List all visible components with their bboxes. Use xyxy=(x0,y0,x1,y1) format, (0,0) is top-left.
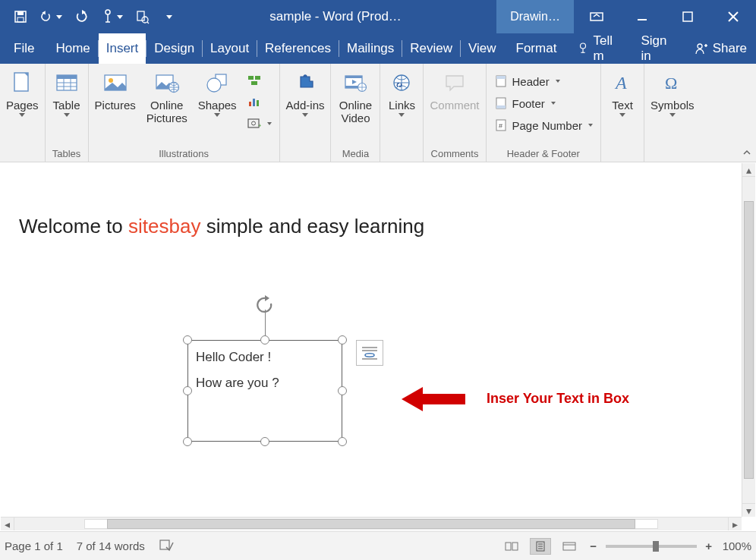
resize-handle-ml[interactable] xyxy=(183,386,192,395)
tab-insert[interactable]: Insert xyxy=(99,33,146,64)
smartart-button[interactable] xyxy=(244,70,275,90)
horizontal-scrollbar[interactable]: ◂ ▸ xyxy=(1,517,742,530)
resize-handle-tl[interactable] xyxy=(183,335,192,344)
ribbon-display-button[interactable] xyxy=(574,0,619,33)
maximize-button[interactable] xyxy=(665,0,710,33)
tab-design[interactable]: Design xyxy=(146,33,202,64)
read-mode-button[interactable] xyxy=(501,538,522,555)
contextual-tab-drawing[interactable]: Drawin… xyxy=(496,0,574,33)
tab-file[interactable]: File xyxy=(0,33,48,64)
table-button[interactable]: Table xyxy=(50,67,83,118)
resize-handle-mr[interactable] xyxy=(338,386,347,395)
rotation-handle[interactable] xyxy=(254,294,276,316)
undo-button[interactable] xyxy=(39,5,62,28)
group-comments: Comment Comments xyxy=(424,64,486,162)
zoom-out-button[interactable]: − xyxy=(587,540,600,552)
word-count[interactable]: 7 of 14 words xyxy=(77,540,145,552)
tab-mailings[interactable]: Mailings xyxy=(339,33,402,64)
tab-review[interactable]: Review xyxy=(402,33,460,64)
layout-options-button[interactable] xyxy=(356,340,383,366)
vertical-scroll-thumb[interactable] xyxy=(744,201,754,479)
textbox-shape[interactable]: Hello Coder ! How are you ? xyxy=(187,340,342,442)
textbox-content[interactable]: Hello Coder ! How are you ? xyxy=(187,340,342,442)
tab-layout[interactable]: Layout xyxy=(203,33,257,64)
print-preview-button[interactable] xyxy=(131,5,153,28)
tab-view[interactable]: View xyxy=(461,33,504,64)
svg-rect-48 xyxy=(496,105,506,109)
text-button[interactable]: A Text xyxy=(606,67,639,118)
svg-text:#: # xyxy=(499,122,502,130)
window-controls xyxy=(574,0,756,33)
pages-button[interactable]: Pages xyxy=(5,67,40,118)
save-button[interactable] xyxy=(9,5,32,28)
callout-arrow xyxy=(402,387,465,411)
sign-in-button[interactable]: Sign in xyxy=(632,33,685,64)
tab-format[interactable]: Format xyxy=(504,33,569,64)
group-pages: Pages xyxy=(0,64,46,162)
ribbon: Pages Table Tables Pictures xyxy=(0,64,756,162)
tell-me-search[interactable]: Tell m xyxy=(569,33,632,64)
redo-button[interactable] xyxy=(70,5,93,28)
svg-rect-31 xyxy=(248,76,254,80)
svg-rect-36 xyxy=(257,100,259,106)
tab-home[interactable]: Home xyxy=(48,33,97,64)
horizontal-scroll-thumb[interactable] xyxy=(107,519,635,529)
table-icon xyxy=(52,68,81,97)
symbols-button[interactable]: Ω Symbols xyxy=(649,67,696,118)
header-button[interactable]: Header xyxy=(491,71,597,91)
zoom-thumb[interactable] xyxy=(653,541,659,552)
scroll-down-button[interactable]: ▾ xyxy=(742,503,755,517)
resize-handle-tc[interactable] xyxy=(260,335,269,344)
zoom-level[interactable]: 100% xyxy=(723,540,751,552)
zoom-slider[interactable]: − + xyxy=(587,540,715,552)
share-button[interactable]: Share xyxy=(685,33,756,64)
screenshot-button[interactable]: + xyxy=(244,114,275,134)
chart-button[interactable] xyxy=(244,92,275,112)
collapse-ribbon-button[interactable] xyxy=(741,146,753,159)
svg-rect-37 xyxy=(248,119,259,127)
minimize-button[interactable] xyxy=(619,0,665,33)
print-layout-button[interactable] xyxy=(530,538,551,555)
online-pictures-icon xyxy=(153,68,181,97)
touch-mode-caret[interactable] xyxy=(117,15,123,19)
vertical-scrollbar[interactable]: ▴ ▾ xyxy=(742,163,755,517)
svg-rect-63 xyxy=(563,543,575,550)
pictures-button[interactable]: Pictures xyxy=(93,67,137,126)
group-media: Online Video Media xyxy=(331,64,380,162)
qat-customize-button[interactable] xyxy=(161,5,175,28)
header-icon xyxy=(494,74,508,88)
group-links: Links xyxy=(380,64,424,162)
tab-references[interactable]: References xyxy=(257,33,339,64)
scroll-up-button[interactable]: ▴ xyxy=(742,163,755,177)
resize-handle-br[interactable] xyxy=(338,437,347,446)
shapes-icon xyxy=(203,68,232,97)
undo-dropdown-caret[interactable] xyxy=(56,15,62,19)
resize-handle-bl[interactable] xyxy=(183,437,192,446)
zoom-track[interactable] xyxy=(606,545,697,548)
web-layout-button[interactable] xyxy=(559,538,580,555)
svg-line-6 xyxy=(147,22,149,24)
svg-text:+: + xyxy=(258,122,261,129)
resize-handle-tr[interactable] xyxy=(338,335,347,344)
svg-text:Ω: Ω xyxy=(665,74,677,93)
document-canvas[interactable]: Welcome to sitesbay simple and easy lear… xyxy=(1,163,742,517)
shapes-button[interactable]: Shapes xyxy=(197,67,238,118)
addins-button[interactable]: Add-ins xyxy=(285,67,326,118)
group-text: A Text xyxy=(601,64,644,162)
close-button[interactable] xyxy=(710,0,756,33)
group-tables: Table Tables xyxy=(46,64,89,162)
touch-mode-button[interactable] xyxy=(100,5,123,28)
page-indicator[interactable]: Page 1 of 1 xyxy=(5,540,63,552)
scroll-right-button[interactable]: ▸ xyxy=(728,518,742,530)
online-video-button[interactable]: Online Video xyxy=(335,67,375,127)
links-button[interactable]: Links xyxy=(385,67,418,118)
svg-point-5 xyxy=(142,17,148,23)
pages-icon xyxy=(8,68,36,97)
scroll-left-button[interactable]: ◂ xyxy=(1,518,14,530)
page-number-button[interactable]: # Page Number xyxy=(491,115,597,135)
online-pictures-button[interactable]: Online Pictures xyxy=(143,67,191,127)
resize-handle-bc[interactable] xyxy=(260,437,269,446)
proofing-button[interactable] xyxy=(159,538,174,554)
zoom-in-button[interactable]: + xyxy=(703,540,715,552)
footer-button[interactable]: Footer xyxy=(491,93,597,113)
